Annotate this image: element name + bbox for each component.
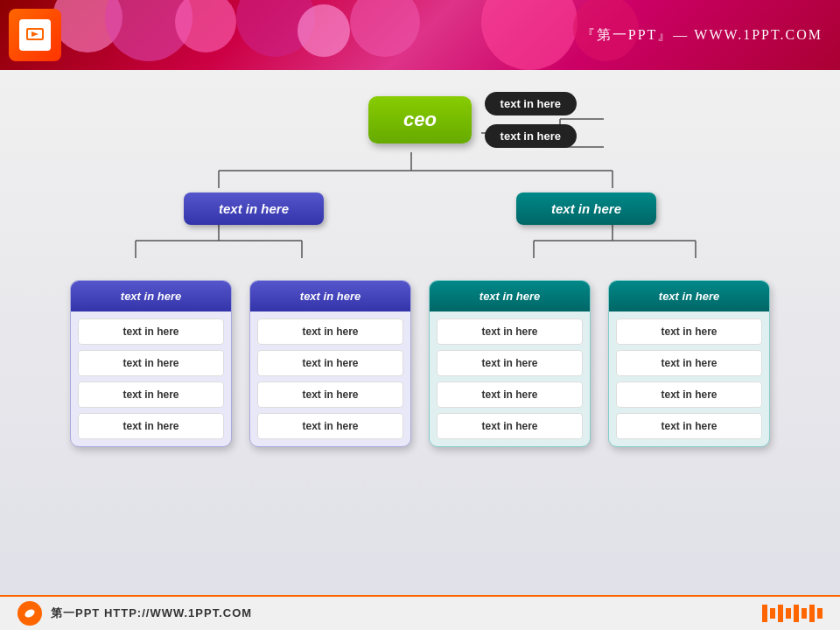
footer-icon xyxy=(18,601,42,626)
ceo-node: ceo xyxy=(368,96,472,144)
column-2-body: text in here text in here text in here t… xyxy=(250,312,410,446)
column-2: text in here text in here text in here t… xyxy=(249,280,411,447)
level3-row: text in here text in here text in here t… xyxy=(18,280,822,447)
col2-item-3: text in here xyxy=(257,382,403,408)
app-logo xyxy=(9,9,61,61)
side-nodes: text in here text in here xyxy=(485,92,577,148)
bar-8 xyxy=(817,608,822,619)
col4-item-1: text in here xyxy=(616,318,762,345)
header: 『第一PPT』— WWW.1PPT.COM xyxy=(0,0,840,70)
column-4-body: text in here text in here text in here t… xyxy=(609,312,769,446)
level2-row: text in here text in here xyxy=(18,192,822,225)
bar-4 xyxy=(786,608,791,619)
col3-item-4: text in here xyxy=(437,413,583,439)
col2-item-1: text in here xyxy=(257,318,403,345)
bar-1 xyxy=(762,605,767,622)
col1-item-3: text in here xyxy=(78,382,224,408)
side-node-2: text in here xyxy=(485,124,577,148)
column-3-header: text in here xyxy=(430,281,590,312)
column-4: text in here text in here text in here t… xyxy=(608,280,770,447)
bar-3 xyxy=(778,605,783,622)
col3-item-3: text in here xyxy=(437,382,583,408)
col3-item-1: text in here xyxy=(437,318,583,345)
col1-item-2: text in here xyxy=(78,350,224,376)
col2-item-4: text in here xyxy=(257,413,403,439)
main-content: ceo text in here text in here text in he… xyxy=(0,70,840,595)
bar-6 xyxy=(802,608,807,619)
footer-bars xyxy=(762,605,822,622)
bar-7 xyxy=(809,605,815,622)
column-3-body: text in here text in here text in here t… xyxy=(430,312,590,446)
bar-2 xyxy=(770,608,775,619)
col4-item-2: text in here xyxy=(616,350,762,376)
col1-item-1: text in here xyxy=(78,318,224,345)
column-3: text in here text in here text in here t… xyxy=(429,280,591,447)
logo-icon xyxy=(19,19,51,51)
col4-item-4: text in here xyxy=(616,413,762,439)
column-2-header: text in here xyxy=(250,281,410,312)
brand-text: 『第一PPT』— WWW.1PPT.COM xyxy=(581,26,822,45)
col4-item-3: text in here xyxy=(616,382,762,408)
svg-point-19 xyxy=(24,608,36,620)
footer-text: 第一PPT HTTP://WWW.1PPT.COM xyxy=(51,606,762,621)
bar-5 xyxy=(794,605,799,622)
col2-item-2: text in here xyxy=(257,350,403,376)
column-1-header: text in here xyxy=(71,281,231,312)
org-chart: ceo text in here text in here text in he… xyxy=(18,88,822,586)
level2-right-node: text in here xyxy=(516,192,656,225)
column-1: text in here text in here text in here t… xyxy=(70,280,232,447)
level2-left-node: text in here xyxy=(184,192,324,225)
footer: 第一PPT HTTP://WWW.1PPT.COM xyxy=(0,595,840,630)
column-4-header: text in here xyxy=(609,281,769,312)
col1-item-4: text in here xyxy=(78,413,224,439)
col3-item-2: text in here xyxy=(437,350,583,376)
side-node-1: text in here xyxy=(485,92,577,116)
column-1-body: text in here text in here text in here t… xyxy=(71,312,231,446)
